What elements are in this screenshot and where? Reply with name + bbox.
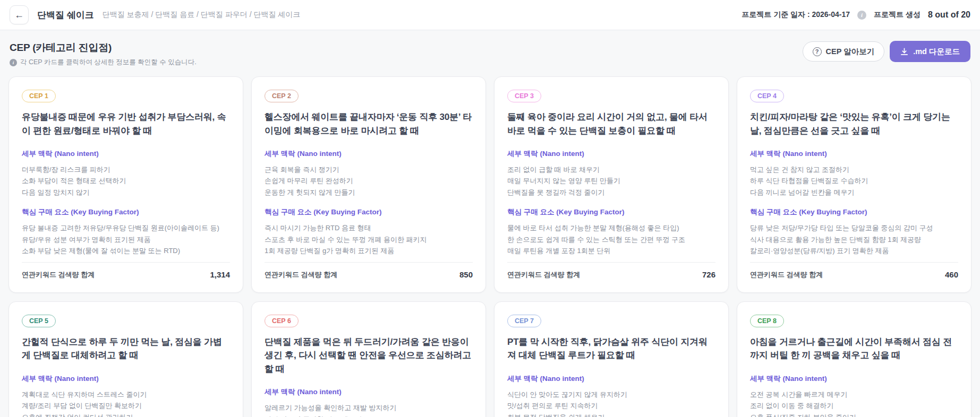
intent-line: 오후에 죄책감 없이 컨디션 관리하기 [22, 412, 230, 417]
intent-line: 매일 루틴용 개별 포장 1회분 단위 [507, 245, 715, 256]
keyword-total-label: 연관키워드 검색량 합계 [750, 270, 823, 280]
cep-grid: CEP 1 유당불내증 때문에 우유 기반 섭취가 부담스러워, 속이 편한 원… [0, 69, 980, 417]
intent-line: 조리 없이 급할 때 바로 채우기 [507, 164, 715, 175]
cep-card[interactable]: CEP 2 헬스장에서 웨이트를 끝내자마자 ‘운동 직후 30분’ 타이밍에 … [251, 76, 486, 293]
intent-line: 당류 낮은 저당/무가당 타입 또는 당알코올 중심의 감미 구성 [750, 222, 958, 233]
nano-intent-list: 알레르기 가능성을 확인하고 재발 방지하기맞지 않으면 중단할 기준 세우기부… [265, 402, 473, 417]
cep-badge: CEP 1 [22, 90, 56, 102]
md-download-label: .md 다운로드 [913, 47, 960, 57]
project-count-badge: 8 out of 20 [928, 10, 970, 20]
download-icon [900, 48, 908, 56]
intent-line: 하루 식단 타협점을 단백질로 수습하기 [750, 175, 958, 186]
intent-line: 매일 무너지지 않는 영양 루틴 만들기 [507, 175, 715, 186]
cep-learn-button[interactable]: ? CEP 알아보기 [803, 41, 885, 62]
cep-badge: CEP 5 [22, 315, 56, 327]
nano-intent-list: 계획대로 식단 유지하며 스트레스 줄이기계량/조리 부담 없이 단백질만 확보… [22, 389, 230, 417]
cep-title: 단백질 제품을 먹은 뒤 두드러기/가려움 같은 반응이 생긴 후, 다시 선택… [265, 335, 473, 376]
nano-intent-list: 더부룩함/장 리스크를 피하기소화 부담이 적은 형태로 선택하기다음 일정 망… [22, 164, 230, 198]
cep-card[interactable]: CEP 7 PT를 막 시작한 직후, 닭가슴살 위주 식단이 지겨워져 대체 … [494, 301, 729, 417]
nano-intent-heading: 세부 맥락 (Nano intent) [265, 149, 473, 159]
cep-title: 둘째 육아 중이라 요리 시간이 거의 없고, 물에 타서 바로 먹을 수 있는… [507, 110, 715, 137]
intent-line: 회복 목적 단백질을 쉽게 채우기 [507, 412, 715, 417]
nano-intent-heading: 세부 맥락 (Nano intent) [22, 374, 230, 384]
intent-line: 유당/우유 성분 여부가 명확히 표기된 제품 [22, 234, 230, 245]
kbf-list: 당류 낮은 저당/무가당 타입 또는 당알코올 중심의 감미 구성식사 대용으로… [750, 222, 958, 256]
intent-line: 칼로리·영양성분(당류/지방) 표기 명확한 제품 [750, 245, 958, 256]
cep-badge: CEP 3 [507, 90, 541, 102]
cep-badge: CEP 8 [750, 315, 784, 327]
section-subtitle-text: 각 CEP 카드를 클릭하여 상세한 정보를 확인할 수 있습니다. [20, 58, 197, 67]
intent-line: 다음 끼니로 넘어갈 빈칸을 메우기 [750, 187, 958, 198]
kbf-list: 물에 바로 타서 섭취 가능한 분말 제형(용해성 좋은 타입)한 손으로도 쉽… [507, 222, 715, 256]
intent-line: 물에 바로 타서 섭취 가능한 분말 제형(용해성 좋은 타입) [507, 222, 715, 233]
project-create-button[interactable]: 프로젝트 생성 [874, 10, 921, 20]
intent-line: 식단이 안 맞아도 끊기지 않게 유지하기 [507, 389, 715, 400]
intent-line: 오전 공복 시간을 빠르게 메우기 [750, 389, 958, 400]
nano-intent-list: 조리 없이 급할 때 바로 채우기매일 무너지지 않는 영양 루틴 만들기단백질… [507, 164, 715, 198]
nano-intent-list: 먹고 싶은 건 참지 않고 조절하기하루 식단 타협점을 단백질로 수습하기다음… [750, 164, 958, 198]
intent-line: 소화 부담이 적은 형태로 선택하기 [22, 175, 230, 186]
keyword-total-label: 연관키워드 검색량 합계 [22, 270, 95, 280]
kbf-heading: 핵심 구매 요소 (Key Buying Factor) [265, 207, 473, 217]
cep-card[interactable]: CEP 4 치킨/피자/마라탕 같은 ‘맛있는 유혹’이 크게 당기는 날, 점… [737, 76, 972, 293]
intent-line: 운동한 게 헛되지 않게 만들기 [265, 187, 473, 198]
intent-line: 맛/섭취 편의로 루틴 지속하기 [507, 400, 715, 411]
intent-line: 맞지 않으면 중단할 기준 세우기 [265, 414, 473, 417]
nano-intent-heading: 세부 맥락 (Nano intent) [22, 149, 230, 159]
cep-title: 아침을 거르거나 출근길에 시간이 부족해서 점심 전까지 버틸 한 끼 공백을… [750, 335, 958, 362]
intent-line: 근육 회복을 즉시 챙기기 [265, 164, 473, 175]
intent-line: 1회 제공량 단백질 g가 명확히 표기된 제품 [265, 245, 473, 256]
intent-line: 다음 일정 망치지 않기 [22, 187, 230, 198]
keyword-total-value: 460 [945, 270, 958, 279]
cep-card[interactable]: CEP 5 간헐적 단식으로 하루 두 끼만 먹는 날, 점심을 가볍게 단백질… [8, 301, 243, 417]
nano-intent-list: 근육 회복을 즉시 챙기기손쉽게 마무리 루틴 완성하기운동한 게 헛되지 않게… [265, 164, 473, 198]
intent-line: 손쉽게 마무리 루틴 완성하기 [265, 175, 473, 186]
intent-line: 스포츠 후 바로 마실 수 있는 뚜껑 개폐 용이한 패키지 [265, 234, 473, 245]
keyword-total-label: 연관키워드 검색량 합계 [507, 270, 580, 280]
intent-line: 알레르기 가능성을 확인하고 재발 방지하기 [265, 402, 473, 413]
card-footer: 연관키워드 검색량 합계 726 [507, 263, 715, 280]
section-titles: CEP (카테고리 진입점) i 각 CEP 카드를 클릭하여 상세한 정보를 … [10, 41, 197, 67]
intent-line: 더부룩함/장 리스크를 피하기 [22, 164, 230, 175]
intent-line: 오후 폭식/집중 저하 불안을 줄이기 [750, 412, 958, 417]
card-footer: 연관키워드 검색량 합계 850 [265, 263, 473, 280]
cep-title: 치킨/피자/마라탕 같은 ‘맛있는 유혹’이 크게 당기는 날, 점심만큼은 선… [750, 110, 958, 137]
nano-intent-heading: 세부 맥락 (Nano intent) [507, 374, 715, 384]
info-icon[interactable]: i [857, 11, 866, 20]
cep-badge: CEP 7 [507, 315, 541, 327]
card-footer: 연관키워드 검색량 합계 460 [750, 263, 958, 280]
cep-card[interactable]: CEP 6 단백질 제품을 먹은 뒤 두드러기/가려움 같은 반응이 생긴 후,… [251, 301, 486, 417]
kbf-heading: 핵심 구매 요소 (Key Buying Factor) [22, 207, 230, 217]
cep-badge: CEP 6 [265, 315, 299, 327]
nano-intent-heading: 세부 맥락 (Nano intent) [750, 374, 958, 384]
cep-learn-label: CEP 알아보기 [826, 47, 875, 57]
top-bar: ← 단백질 쉐이크 단백질 보충제 / 단백질 음료 / 단백질 파우더 / 단… [0, 0, 980, 30]
cep-title: 간헐적 단식으로 하루 두 끼만 먹는 날, 점심을 가볍게 단백질로 대체하려… [22, 335, 230, 362]
keyword-total-value: 850 [459, 270, 473, 279]
intent-line: 조리 없이 이동 중 해결하기 [750, 400, 958, 411]
back-button[interactable]: ← [10, 5, 29, 24]
cep-title: 유당불내증 때문에 우유 기반 섭취가 부담스러워, 속이 편한 원료/형태로 … [22, 110, 230, 137]
kbf-heading: 핵심 구매 요소 (Key Buying Factor) [507, 207, 715, 217]
intent-line: 소화 부담 낮은 제형(물에 잘 섞이는 분말 또는 RTD) [22, 245, 230, 256]
nano-intent-list: 오전 공복 시간을 빠르게 메우기조리 없이 이동 중 해결하기오후 폭식/집중… [750, 389, 958, 417]
breadcrumb: 단백질 보충제 / 단백질 음료 / 단백질 파우더 / 단백질 셰이크 [103, 10, 301, 20]
md-download-button[interactable]: .md 다운로드 [890, 41, 970, 62]
intent-line: 계획대로 식단 유지하며 스트레스 줄이기 [22, 389, 230, 400]
cep-card[interactable]: CEP 3 둘째 육아 중이라 요리 시간이 거의 없고, 물에 타서 바로 먹… [494, 76, 729, 293]
kbf-list: 유당 불내증 고려한 저유당/무유당 단백질 원료(아이솔레이트 등)유당/우유… [22, 222, 230, 256]
cep-card[interactable]: CEP 1 유당불내증 때문에 우유 기반 섭취가 부담스러워, 속이 편한 원… [8, 76, 243, 293]
intent-line: 단백질을 못 챙길까 걱정 줄이기 [507, 187, 715, 198]
section-title: CEP (카테고리 진입점) [10, 41, 197, 55]
intent-line: 유당 불내증 고려한 저유당/무유당 단백질 원료(아이솔레이트 등) [22, 222, 230, 233]
keyword-total-label: 연관키워드 검색량 합계 [265, 270, 337, 280]
cep-card[interactable]: CEP 8 아침을 거르거나 출근길에 시간이 부족해서 점심 전까지 버틸 한… [737, 301, 972, 417]
nano-intent-list: 식단이 안 맞아도 끊기지 않게 유지하기맛/섭취 편의로 루틴 지속하기회복 … [507, 389, 715, 417]
card-footer: 연관키워드 검색량 합계 1,314 [22, 263, 230, 280]
cep-badge: CEP 2 [265, 90, 299, 102]
project-date-label: 프로젝트 기준 일자 : 2026-04-17 [742, 10, 850, 20]
intent-line: 계량/조리 부담 없이 단백질만 확보하기 [22, 400, 230, 411]
nano-intent-heading: 세부 맥락 (Nano intent) [265, 387, 473, 397]
intent-line: 즉시 마시기 가능한 RTD 음료 형태 [265, 222, 473, 233]
intent-line: 한 손으로도 쉽게 따를 수 있는 스틱형 또는 간편 뚜껑 구조 [507, 234, 715, 245]
